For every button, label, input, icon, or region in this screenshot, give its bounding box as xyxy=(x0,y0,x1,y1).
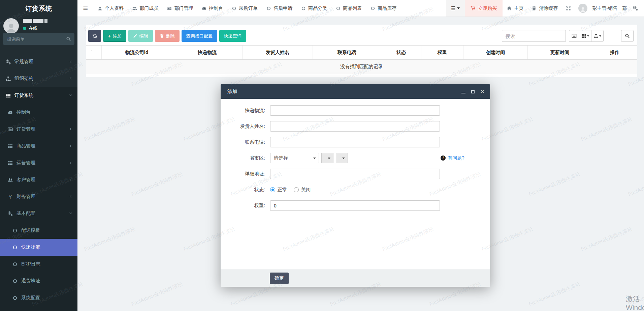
chevron-down-icon xyxy=(69,211,72,216)
column-header[interactable]: 发货人姓名 xyxy=(243,46,313,59)
settings-button[interactable] xyxy=(630,0,644,17)
sidebar-item-general[interactable]: 常规管理 xyxy=(0,53,77,70)
caret-down-icon xyxy=(342,158,345,159)
sidebar-search-input[interactable] xyxy=(3,33,74,45)
tab-list-dropdown[interactable]: ☰ xyxy=(446,0,465,17)
caret-down-icon xyxy=(599,35,601,37)
user-icon xyxy=(98,6,102,11)
sidebar-item-finance-mgmt[interactable]: ¥ 财务管理 xyxy=(0,188,77,205)
sidebar-item-erp-log[interactable]: ERP日志 xyxy=(0,256,77,273)
buy-now-button[interactable]: 立即购买 xyxy=(465,0,503,17)
export-button[interactable] xyxy=(591,30,604,42)
edit-button[interactable]: 编辑 xyxy=(128,30,153,42)
detail-view-button[interactable] xyxy=(569,30,579,42)
list-icon xyxy=(8,144,13,149)
sidebar-item-customer-mgmt[interactable]: 客户管理 xyxy=(0,171,77,188)
help-link[interactable]: i有问题? xyxy=(441,155,464,161)
column-header[interactable]: 权重 xyxy=(421,46,463,59)
select-all-checkbox[interactable] xyxy=(91,50,96,55)
sidebar-item-delivery-template[interactable]: 配送模板 xyxy=(0,222,77,239)
tab-goods-category[interactable]: 商品分类 xyxy=(297,0,331,17)
users-icon xyxy=(8,177,13,182)
sidebar-item-dashboard[interactable]: 控制台 xyxy=(0,104,77,121)
sidebar-item-system-config[interactable]: 系统配置 xyxy=(0,289,77,306)
columns-button[interactable] xyxy=(579,30,591,42)
api-config-button[interactable]: 查询接口配置 xyxy=(182,30,217,42)
column-header[interactable]: 快递物流 xyxy=(172,46,243,59)
express-field[interactable] xyxy=(270,105,440,116)
delete-button[interactable]: 删除 xyxy=(155,30,180,42)
status-closed-radio[interactable]: 关闭 xyxy=(294,187,311,193)
sidebar-item-pay-config[interactable]: 支付配置 xyxy=(0,306,77,311)
export-icon xyxy=(593,33,599,38)
tab-dashboard[interactable]: 控制台 xyxy=(197,0,227,17)
clear-cache-button[interactable]: 清除缓存 xyxy=(527,0,562,17)
top-navbar: ☰ 个人资料 部门成员 部门管理 控制台 采购订单 售后申请 商品分类 商品列表… xyxy=(77,0,644,17)
column-header[interactable]: 创建时间 xyxy=(463,46,528,59)
weight-field[interactable] xyxy=(270,200,440,211)
sidebar-item-operation-mgmt[interactable]: 运营管理 xyxy=(0,154,77,171)
column-header[interactable]: 操作 xyxy=(592,46,637,59)
pencil-icon xyxy=(133,34,137,38)
sidebar-item-org[interactable]: 组织架构 xyxy=(0,70,77,87)
sidebar-search xyxy=(3,33,74,45)
sidebar-toggle-button[interactable]: ☰ xyxy=(77,0,93,17)
confirm-button[interactable]: 确定 xyxy=(270,273,289,284)
column-header[interactable]: 状态 xyxy=(381,46,421,59)
tab-dept-mgmt[interactable]: 部门管理 xyxy=(163,0,197,17)
sitemap-icon xyxy=(6,76,11,81)
caret-down-icon xyxy=(457,7,460,9)
refresh-icon xyxy=(93,34,97,38)
fullscreen-button[interactable] xyxy=(562,0,575,17)
sidebar-item-return-address[interactable]: 退货地址 xyxy=(0,273,77,289)
status-normal-radio[interactable]: 正常 xyxy=(270,187,287,193)
sidebar-item-order-system[interactable]: 订货系统 xyxy=(0,87,77,104)
circle-icon xyxy=(301,6,306,11)
table-header-row: 物流公司id 快递物流 发货人姓名 联系电话 状态 权重 创建时间 更新时间 操… xyxy=(86,45,637,60)
search-button[interactable] xyxy=(621,30,634,42)
close-icon[interactable]: ✕ xyxy=(480,89,485,94)
city-select[interactable] xyxy=(321,153,333,163)
minimize-icon[interactable] xyxy=(461,93,465,93)
add-button[interactable]: +添加 xyxy=(103,30,126,42)
tab-aftersale[interactable]: 售后申请 xyxy=(262,0,297,17)
maximize-icon[interactable] xyxy=(471,90,475,93)
hamburger-icon: ☰ xyxy=(451,5,455,11)
circle-icon xyxy=(232,6,236,11)
column-header[interactable]: 物流公司id xyxy=(102,46,172,59)
phone-field[interactable] xyxy=(270,137,440,147)
phone-label: 联系电话: xyxy=(221,139,270,145)
province-select[interactable]: 请选择 xyxy=(270,153,319,163)
table-search-input[interactable] xyxy=(502,30,566,42)
circle-icon xyxy=(12,279,18,284)
express-label: 快递物流: xyxy=(221,108,270,114)
refresh-button[interactable] xyxy=(88,30,101,42)
tab-goods-stock[interactable]: 商品库存 xyxy=(366,0,401,17)
sidebar-item-express-logistics[interactable]: 快递物流 xyxy=(0,239,77,256)
column-header[interactable]: 更新时间 xyxy=(528,46,592,59)
district-select[interactable] xyxy=(336,153,348,163)
sliders-icon xyxy=(167,6,172,11)
online-status: 在线 xyxy=(29,25,37,31)
sidebar-item-goods-mgmt[interactable]: 商品管理 xyxy=(0,138,77,154)
chevron-left-icon xyxy=(69,76,72,81)
sidebar-item-basic-config[interactable]: 基本配置 xyxy=(0,205,77,222)
express-query-button[interactable]: 快递查询 xyxy=(219,30,246,42)
select-all-cell xyxy=(86,46,102,59)
avatar[interactable] xyxy=(578,4,587,13)
plus-icon: + xyxy=(108,33,111,38)
sender-field[interactable] xyxy=(270,121,440,132)
tab-profile[interactable]: 个人资料 xyxy=(93,0,128,17)
tab-goods-list[interactable]: 商品列表 xyxy=(331,0,366,17)
column-header[interactable]: 联系电话 xyxy=(313,46,381,59)
username-menu[interactable]: 彭主管-销售一部 xyxy=(589,0,630,17)
chevron-left-icon xyxy=(69,126,72,132)
tab-purchase-order[interactable]: 采购订单 xyxy=(227,0,262,17)
address-field[interactable] xyxy=(270,169,440,179)
weight-label: 权重: xyxy=(221,203,270,209)
circle-icon xyxy=(336,6,341,11)
tab-dept-members[interactable]: 部门成员 xyxy=(128,0,163,17)
trash-icon xyxy=(160,34,164,38)
sidebar-item-order-mgmt[interactable]: 订货管理 xyxy=(0,121,77,138)
home-button[interactable]: 主页 xyxy=(503,0,527,17)
